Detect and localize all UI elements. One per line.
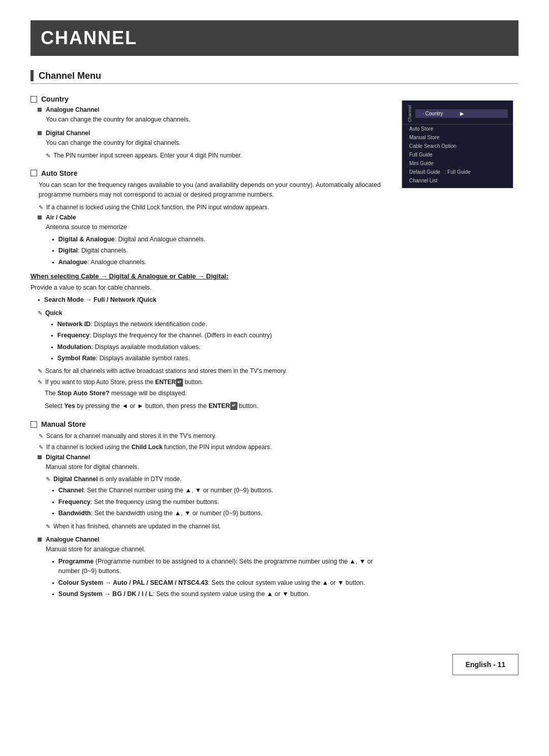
bullet-item: Frequency: Set the frequency using the n… — [52, 497, 391, 507]
digital-channel-body: You can change the country for digital c… — [38, 138, 391, 148]
black-square-icon5 — [38, 538, 42, 542]
note-icon4: ✎ — [38, 309, 42, 318]
search-mode-list: Search Mode → Full / Network /Quick — [30, 295, 391, 305]
digital-channel-title: Digital Channel — [38, 130, 391, 137]
black-square-icon2 — [38, 131, 42, 135]
digital-channel-note: ✎ The PIN number input screen appears. E… — [38, 151, 391, 160]
tv-menu-header: Channel · Country ▶ — [402, 104, 513, 124]
bullet-item: Modulation: Displays available modulatio… — [51, 342, 391, 352]
bullet-item: Digital & Analogue: Digital and Analogue… — [52, 235, 391, 244]
auto-store-note3c: Select Yes by pressing the ◄ or ► button… — [30, 401, 391, 411]
manual-store-title: Manual Store — [30, 420, 391, 428]
auto-store-note3b: The Stop Auto Store? message will be dis… — [30, 389, 391, 398]
bullet-item: Channel: Set the Channel number using th… — [52, 486, 391, 495]
section-title: Channel Menu — [39, 71, 101, 81]
bullet-item: Symbol Rate: Displays available symbol r… — [51, 354, 391, 363]
bullet-item: Programme (Programme number to be assign… — [52, 557, 391, 577]
air-cable-subtitle: Antenna source to memorize — [38, 223, 391, 232]
tv-menu-channel-list: Channel List — [402, 176, 513, 185]
bullet-item: Digital: Digital channels. — [52, 246, 391, 256]
auto-store-title: Auto Store — [30, 169, 391, 177]
black-square-icon — [38, 108, 42, 112]
chapter-title: CHANNEL — [41, 27, 508, 49]
auto-store-body: You can scan for the frequency ranges av… — [30, 180, 391, 200]
section-bar — [30, 70, 34, 81]
tv-menu-panel: Channel · Country ▶ Auto Store Manual St… — [402, 95, 518, 608]
analogue-channel-body: You can change the country for analogue … — [38, 115, 391, 124]
note-icon6: ✎ — [38, 378, 42, 387]
tv-menu-mini-guide: Mini Guide — [402, 159, 513, 168]
analogue-channel-title: Analogue Channel — [38, 106, 391, 113]
air-cable-title: Air / Cable — [38, 214, 391, 221]
manual-analogue-bullets: Programme (Programme number to be assign… — [38, 557, 391, 600]
bullet-item: Analogue: Analogue channels. — [52, 258, 391, 267]
quick-note: ✎ Quick — [30, 308, 391, 318]
bullet-item: Network ID: Displays the network identif… — [51, 320, 391, 329]
footer-container: English - 11 — [30, 628, 518, 675]
manual-digital-note2: ✎ When it has finished, channels are upd… — [38, 522, 391, 531]
country-title: Country — [30, 95, 391, 103]
note-icon8: ✎ — [39, 443, 43, 452]
tv-menu: Channel · Country ▶ Auto Store Manual St… — [402, 100, 513, 188]
air-cable-bullets: Digital & Analogue: Digital and Analogue… — [38, 235, 391, 267]
manual-analogue-body: Manual store for analogue channel. — [38, 545, 391, 554]
country-section: Country Analogue Channel You can change … — [30, 95, 391, 160]
auto-store-section: Auto Store You can scan for the frequenc… — [30, 169, 391, 411]
manual-digital-note: ✎ Digital Channel is only available in D… — [38, 475, 391, 484]
main-content: Country Analogue Channel You can change … — [30, 95, 518, 608]
bullet-item: Bandwidth: Set the bandwidth using the ▲… — [52, 509, 391, 518]
content-left: Country Analogue Channel You can change … — [30, 95, 391, 608]
note-icon5: ✎ — [38, 367, 42, 375]
note-icon3: ✎ — [39, 203, 43, 212]
search-mode-item: Search Mode → Full / Network /Quick — [38, 295, 391, 305]
tv-menu-auto-store: Auto Store — [402, 124, 513, 133]
auto-store-checkbox — [30, 170, 37, 176]
bullet-item: Frequency: Displays the frequency for th… — [51, 331, 391, 340]
black-square-icon3 — [38, 215, 42, 219]
cable-body: Provide a value to scan for cable channe… — [30, 283, 391, 293]
tv-menu-country: · Country ▶ — [415, 109, 508, 118]
manual-digital-bullets: Channel: Set the Channel number using th… — [38, 486, 391, 518]
manual-store-note1: ✎ Scans for a channel manually and store… — [30, 431, 391, 440]
tv-menu-manual-store: Manual Store — [402, 133, 513, 142]
note-icon: ✎ — [46, 151, 50, 160]
auto-store-note3: ✎ If you want to stop Auto Store, press … — [30, 377, 391, 387]
footer-label: English - 11 — [452, 654, 518, 675]
manual-digital-subsection: Digital Channel Manual store for digital… — [30, 454, 391, 531]
tv-menu-default-guide: Default Guide : Full Guide — [402, 168, 513, 176]
manual-analogue-subsection: Analogue Channel Manual store for analog… — [30, 536, 391, 600]
bullet-item: Colour System → Auto / PAL / SECAM / NTS… — [52, 578, 391, 588]
manual-store-checkbox — [30, 421, 37, 428]
manual-store-note2: ✎ If a channel is locked using the Child… — [30, 443, 391, 452]
auto-store-note2: ✎ Scans for all channels with active bro… — [30, 366, 391, 375]
country-checkbox — [30, 96, 37, 103]
tv-menu-cable-search: Cable Search Option — [402, 142, 513, 150]
analogue-channel-subsection: Analogue Channel You can change the coun… — [30, 106, 391, 124]
note-icon7: ✎ — [39, 432, 43, 440]
cable-heading: When selecting Cable → Digital & Analogu… — [30, 272, 391, 280]
manual-store-section: Manual Store ✎ Scans for a channel manua… — [30, 420, 391, 599]
bullet-item: Sound System → BG / DK / I / L: Sets the… — [52, 589, 391, 599]
manual-digital-title: Digital Channel — [38, 454, 391, 461]
manual-analogue-title: Analogue Channel — [38, 536, 391, 543]
air-cable-subsection: Air / Cable Antenna source to memorize D… — [30, 214, 391, 268]
black-square-icon4 — [38, 455, 42, 459]
digital-channel-subsection: Digital Channel You can change the count… — [30, 130, 391, 160]
quick-bullets: Network ID: Displays the network identif… — [30, 320, 391, 364]
note-icon9: ✎ — [46, 475, 50, 484]
note-icon10: ✎ — [46, 522, 50, 531]
tv-menu-full-guide: Full Guide — [402, 150, 513, 159]
chapter-header: CHANNEL — [30, 20, 518, 56]
manual-digital-body: Manual store for digital channels. — [38, 462, 391, 472]
auto-store-note: ✎ If a channel is locked using the Child… — [30, 203, 391, 212]
section-header: Channel Menu — [30, 70, 518, 84]
